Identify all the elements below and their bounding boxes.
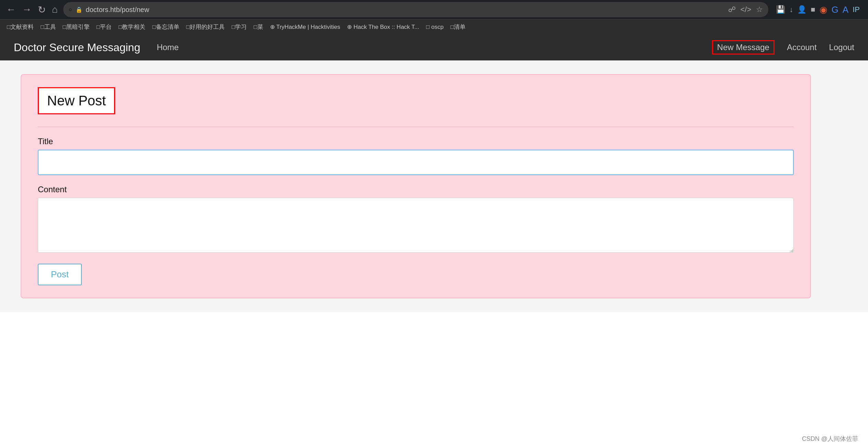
bookmark-wenxian[interactable]: □文献资料 <box>4 22 36 32</box>
bookmark-cai[interactable]: □菜 <box>251 22 266 32</box>
address-bar[interactable]: ○ 🔒 doctors.htb/post/new ☍ </> ☆ <box>63 2 768 17</box>
url-text: doctors.htb/post/new <box>86 6 725 14</box>
navbar: Doctor Secure Messaging Home New Message… <box>0 34 868 60</box>
divider <box>38 127 794 127</box>
site-brand: Doctor Secure Messaging <box>14 41 140 54</box>
bookmark-tools[interactable]: □好用的好工具 <box>183 22 227 32</box>
code-icon: </> <box>741 5 752 14</box>
back-button[interactable]: ← <box>4 2 18 17</box>
post-button[interactable]: Post <box>38 264 82 285</box>
translate2-icon: A <box>843 4 848 15</box>
bookmark-list[interactable]: □清单 <box>448 22 468 32</box>
watermark: CSDN @人间体佐菲 <box>799 434 861 444</box>
new-post-header-box: New Post <box>38 87 115 114</box>
logout-nav-link[interactable]: Logout <box>829 43 854 52</box>
account-nav-link[interactable]: Account <box>787 43 817 52</box>
content-field-group: Content <box>38 185 794 254</box>
title-input[interactable] <box>38 150 794 175</box>
bookmark-platform[interactable]: □平台 <box>94 22 114 32</box>
home-button[interactable]: ⌂ <box>50 2 60 17</box>
main-content: New Post Title Content Post <box>0 60 868 312</box>
profile-icon: 👤 <box>797 5 806 14</box>
title-label: Title <box>38 137 794 146</box>
translate-icon: ☍ <box>728 5 736 14</box>
ip-icon: IP <box>853 5 860 14</box>
forward-button[interactable]: → <box>20 2 34 17</box>
form-card: New Post Title Content Post <box>21 74 811 298</box>
reload-button[interactable]: ↻ <box>36 2 48 18</box>
download-icon: ↓ <box>789 5 793 14</box>
new-message-nav-link[interactable]: New Message <box>717 43 769 52</box>
star-icon: ☆ <box>756 5 763 14</box>
bookmark-tryhackme[interactable]: ⊕ TryHackMe | Hacktivities <box>267 22 343 32</box>
new-message-highlight-box: New Message <box>712 40 775 55</box>
bookmarks-bar: □文献资料 □工具 □黑暗引擎 □平台 □教学相关 □备忘清单 □好用的好工具 … <box>0 19 868 34</box>
bookmark-memo[interactable]: □备忘清单 <box>149 22 182 32</box>
bookmark-teach[interactable]: □教学相关 <box>116 22 148 32</box>
save-icon: 💾 <box>776 5 785 14</box>
content-label: Content <box>38 185 794 194</box>
page-heading: New Post <box>47 93 106 108</box>
home-nav-link[interactable]: Home <box>157 43 179 52</box>
lock-icon: 🔒 <box>76 7 82 13</box>
bookmark-oscp[interactable]: □ oscp <box>423 22 446 32</box>
security-icon: ○ <box>69 7 72 13</box>
bookmark-study[interactable]: □学习 <box>229 22 249 32</box>
title-field-group: Title <box>38 137 794 175</box>
extensions-icon: ■ <box>811 5 815 14</box>
avatar-icon: ◉ <box>820 4 827 15</box>
content-textarea[interactable] <box>38 198 794 253</box>
bookmark-gongju[interactable]: □工具 <box>38 22 58 32</box>
profile2-icon: G <box>832 4 838 15</box>
bookmark-dark[interactable]: □黑暗引擎 <box>60 22 92 32</box>
bookmark-htb[interactable]: ⊕ Hack The Box :: Hack T... <box>344 22 422 32</box>
